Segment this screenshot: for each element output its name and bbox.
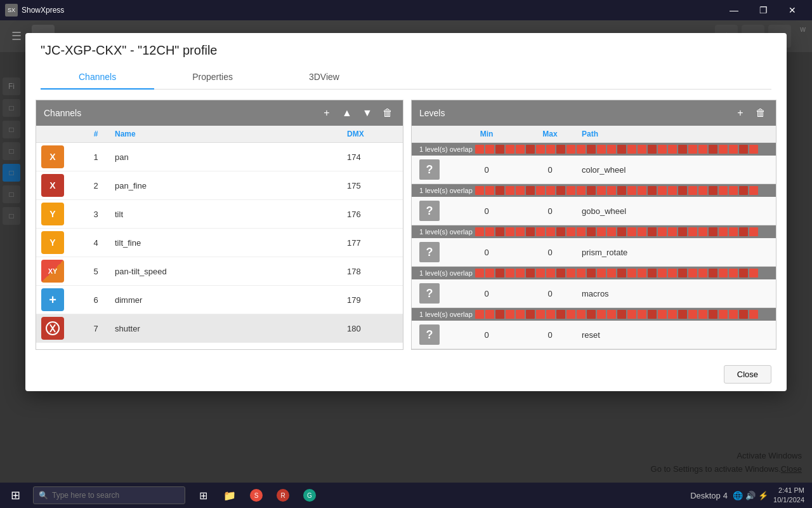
channel-num-1: 1 [77, 152, 115, 162]
level-max-5: 0 [518, 330, 582, 340]
level-row-1[interactable]: ? 0 0 color_wheel [412, 156, 776, 184]
channel-dmx-2: 175 [347, 181, 398, 190]
level-path-1: color_wheel [582, 165, 768, 175]
levels-add-button[interactable]: + [733, 105, 748, 121]
levels-panel-title: Levels [419, 108, 728, 118]
level-row-3[interactable]: ? 0 0 prism_rotate [412, 238, 776, 266]
taskbar-icon-files[interactable]: 📁 [217, 483, 242, 508]
taskbar-clock[interactable]: 2:41 PM 10/1/2024 [773, 486, 804, 505]
channels-panel-title: Channels [44, 108, 314, 118]
title-bar-controls: — ❐ ✕ [719, 0, 807, 20]
channel-dmx-5: 178 [347, 267, 398, 276]
taskbar-sys-icons: Desktop 4 [690, 491, 728, 500]
overlap-tiles-5 [475, 310, 768, 319]
start-button[interactable]: ⊞ [0, 483, 30, 508]
channel-row[interactable]: + 6 dimmer 179 [36, 286, 403, 314]
question-icon-5: ? [419, 324, 440, 345]
tab-properties[interactable]: Properties [154, 65, 271, 90]
channels-col-header: # Name DMX [36, 126, 403, 143]
channel-row[interactable]: X 2 pan_fine 175 [36, 171, 403, 200]
question-icon-2: ? [419, 201, 440, 221]
overlap-bar-4: 1 level(s) overlap [412, 267, 776, 279]
title-bar-text: ShowXpress [22, 6, 64, 15]
channel-row[interactable]: X 1 pan 174 [36, 143, 403, 171]
taskbar-right: Desktop 4 🌐 🔊 ⚡ 2:41 PM 10/1/2024 [690, 486, 812, 505]
taskbar-icon-app3[interactable]: G [297, 483, 322, 508]
maximize-button[interactable]: ❐ [749, 0, 778, 20]
tab-3dview[interactable]: 3DView [271, 65, 377, 90]
overlap-bar-5: 1 level(s) overlap [412, 308, 776, 321]
minimize-button[interactable]: — [719, 0, 749, 20]
channel-row[interactable]: XY 5 pan-tilt_speed 178 [36, 257, 403, 286]
tab-channels[interactable]: Channels [41, 65, 154, 90]
levels-col-max: Max [518, 130, 582, 138]
level-max-1: 0 [518, 165, 582, 175]
levels-col-path: Path [582, 130, 768, 138]
level-min-4: 0 [455, 289, 518, 298]
modal-footer: Close [25, 360, 787, 391]
overlap-tiles-3 [475, 227, 768, 236]
channel-row[interactable]: Y 4 tilt_fine 177 [36, 229, 403, 257]
levels-delete-button[interactable]: 🗑 [753, 105, 768, 121]
channel-icon-4: Y [41, 231, 64, 254]
overlap-tiles-2 [475, 186, 768, 195]
channels-delete-button[interactable]: 🗑 [380, 105, 395, 121]
level-max-4: 0 [518, 289, 582, 298]
channel-num-5: 5 [77, 267, 115, 276]
modal-close-button[interactable]: Close [724, 365, 771, 384]
channel-row[interactable]: 7 shutter 180 [36, 314, 403, 343]
taskbar-icon-app1[interactable]: S [244, 483, 269, 508]
taskbar-status-icons: 🌐 🔊 ⚡ [733, 491, 768, 500]
close-button[interactable]: ✕ [778, 0, 807, 20]
level-group-2: 1 level(s) overlap ? 0 0 gobo_wheel [412, 184, 776, 225]
level-min-3: 0 [455, 248, 518, 257]
level-row-4[interactable]: ? 0 0 macros [412, 279, 776, 307]
battery-icon[interactable]: ⚡ [758, 491, 768, 500]
desktop-label: Desktop [690, 491, 721, 500]
level-group-1: 1 level(s) overlap ? 0 0 color_wheel [412, 143, 776, 184]
channel-icon-7 [41, 317, 64, 340]
taskbar-icon-taskview[interactable]: ⊞ [190, 483, 216, 508]
level-group-3: 1 level(s) overlap ? 0 0 prism_rotate [412, 225, 776, 267]
level-row-5[interactable]: ? 0 0 reset [412, 321, 776, 349]
levels-panel-header: Levels + 🗑 [412, 100, 776, 126]
overlap-bar-3: 1 level(s) overlap [412, 225, 776, 238]
modal-dialog: "JC-XGP-CKX" - "12CH" profile Channels P… [25, 33, 787, 391]
volume-icon[interactable]: 🔊 [745, 491, 756, 500]
overlap-tiles-4 [475, 269, 768, 277]
channel-num-3: 3 [77, 210, 115, 219]
activate-line1: Activate Windows [651, 450, 802, 463]
level-row-2[interactable]: ? 0 0 gobo_wheel [412, 197, 776, 225]
channel-icon-6: + [41, 288, 64, 311]
question-icon-1: ? [419, 159, 440, 180]
levels-panel: Levels + 🗑 Min Max Path 1 level(s) overl… [411, 100, 776, 350]
col-num-header: # [77, 130, 115, 138]
channel-dmx-6: 179 [347, 295, 398, 305]
channels-panel: Channels + ▲ ▼ 🗑 # Name DMX [36, 100, 403, 350]
channels-up-button[interactable]: ▲ [339, 105, 355, 121]
level-group-5: 1 level(s) overlap ? 0 0 reset [412, 308, 776, 349]
channel-row[interactable]: Y 3 tilt 176 [36, 200, 403, 229]
channel-dmx-4: 177 [347, 238, 398, 248]
modal-overlay: "JC-XGP-CKX" - "12CH" profile Channels P… [0, 20, 812, 483]
channel-name-4: tilt_fine [115, 238, 347, 248]
channel-num-4: 4 [77, 238, 115, 248]
channel-icon-3: Y [41, 203, 64, 225]
title-bar: SX ShowXpress — ❐ ✕ [0, 0, 812, 20]
search-input[interactable] [52, 491, 166, 500]
overlap-text-2: 1 level(s) overlap [419, 187, 473, 194]
taskbar-icon-app2[interactable]: R [270, 483, 296, 508]
desktop-count: 4 [723, 491, 728, 500]
channel-name-1: pan [115, 152, 347, 162]
level-min-2: 0 [455, 206, 518, 216]
channel-icon-5: XY [41, 260, 64, 283]
time-display: 2:41 PM [773, 486, 804, 495]
activate-close-link[interactable]: Close [781, 464, 802, 474]
channels-add-button[interactable]: + [319, 105, 334, 121]
channels-down-button[interactable]: ▼ [360, 105, 375, 121]
modal-body: Channels + ▲ ▼ 🗑 # Name DMX [25, 90, 787, 360]
network-icon[interactable]: 🌐 [733, 491, 743, 500]
taskbar-search-box[interactable]: 🔍 [33, 486, 185, 504]
channel-name-6: dimmer [115, 295, 347, 305]
question-icon-3: ? [419, 242, 440, 262]
